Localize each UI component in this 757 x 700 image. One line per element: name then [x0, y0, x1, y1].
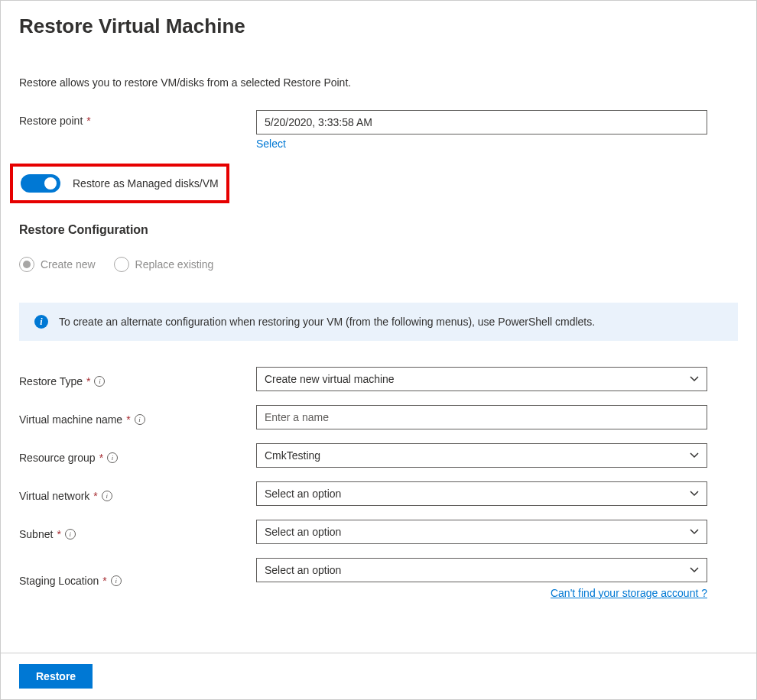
resource-group-dropdown[interactable]: CmkTesting	[256, 443, 707, 468]
radio-circle-icon	[114, 257, 129, 272]
required-asterisk: *	[57, 528, 60, 540]
info-icon[interactable]: i	[135, 414, 145, 425]
radio-create-new[interactable]: Create new	[19, 257, 96, 272]
dropdown-value: CmkTesting	[265, 449, 320, 462]
dropdown-value: Create new virtual machine	[265, 373, 395, 385]
footer: Restore	[1, 653, 756, 699]
toggle-knob	[44, 177, 57, 190]
dropdown-value: Select an option	[265, 564, 341, 576]
info-icon[interactable]: i	[107, 452, 118, 463]
restore-button[interactable]: Restore	[19, 664, 93, 689]
info-box: i To create an alternate configuration w…	[19, 303, 738, 341]
managed-disks-toggle-label: Restore as Managed disks/VM	[73, 177, 219, 190]
page-description: Restore allows you to restore VM/disks f…	[19, 76, 738, 89]
select-restore-point-link[interactable]: Select	[256, 138, 286, 150]
chevron-down-icon	[690, 527, 699, 536]
info-icon[interactable]: i	[102, 491, 112, 501]
storage-account-help-link[interactable]: Can't find your storage account ?	[256, 587, 707, 599]
required-asterisk: *	[99, 452, 103, 464]
resource-group-label: Resource group * i	[19, 447, 256, 464]
subnet-dropdown[interactable]: Select an option	[256, 520, 707, 544]
restore-type-label: Restore Type * i	[19, 371, 256, 387]
restore-point-label: Restore point *	[19, 110, 256, 127]
dropdown-value: Select an option	[265, 526, 341, 538]
info-icon[interactable]: i	[65, 529, 76, 540]
chevron-down-icon	[690, 489, 699, 498]
managed-disks-highlight: Restore as Managed disks/VM	[10, 164, 229, 203]
chevron-down-icon	[690, 566, 699, 575]
info-icon[interactable]: i	[94, 376, 105, 387]
staging-location-dropdown[interactable]: Select an option	[256, 558, 707, 582]
radio-circle-icon	[19, 257, 34, 272]
restore-type-dropdown[interactable]: Create new virtual machine	[256, 367, 707, 391]
restore-configuration-heading: Restore Configuration	[19, 223, 738, 237]
vm-name-label: Virtual machine name * i	[19, 409, 256, 426]
managed-disks-toggle[interactable]	[21, 174, 60, 193]
virtual-network-dropdown[interactable]: Select an option	[256, 481, 707, 506]
subnet-label: Subnet * i	[19, 523, 256, 540]
required-asterisk: *	[86, 115, 90, 127]
restore-point-input[interactable]	[256, 110, 707, 134]
required-asterisk: *	[126, 413, 130, 426]
virtual-network-label: Virtual network * i	[19, 485, 256, 502]
info-icon[interactable]: i	[111, 575, 122, 586]
radio-replace-existing-label: Replace existing	[135, 258, 214, 271]
chevron-down-icon	[690, 451, 699, 460]
required-asterisk: *	[102, 575, 106, 587]
chevron-down-icon	[690, 374, 699, 384]
dropdown-value: Select an option	[265, 488, 341, 500]
radio-create-new-label: Create new	[41, 258, 96, 271]
required-asterisk: *	[93, 490, 97, 502]
info-icon: i	[34, 315, 48, 329]
info-text: To create an alternate configuration whe…	[59, 316, 595, 328]
radio-replace-existing[interactable]: Replace existing	[114, 257, 214, 272]
vm-name-input[interactable]	[256, 405, 707, 429]
page-title: Restore Virtual Machine	[19, 15, 738, 38]
required-asterisk: *	[86, 375, 90, 387]
staging-location-label: Staging Location * i	[19, 570, 256, 587]
